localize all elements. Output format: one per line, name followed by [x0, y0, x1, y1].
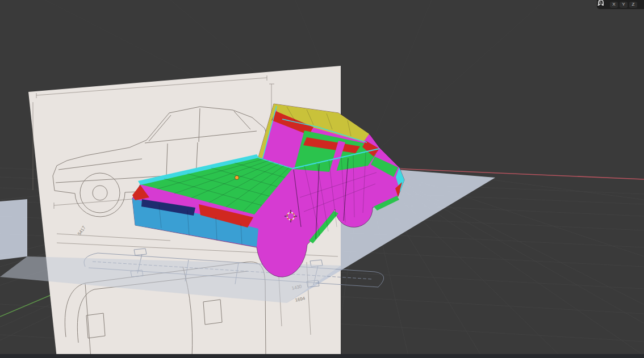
floor-plane-surface-left[interactable] [0, 199, 27, 260]
axis-z-button[interactable]: Z [629, 2, 637, 8]
axis-y-button[interactable]: Y [620, 2, 628, 8]
blender-3d-viewport[interactable]: 1406 5417 1430 1694 [0, 0, 644, 358]
viewport-header-toolbar: X Y Z [597, 0, 644, 9]
axis-x-button[interactable]: X [610, 2, 618, 8]
snap-magnet-icon[interactable] [639, 1, 644, 8]
window-footer-strip [0, 354, 644, 358]
object-origin-point [235, 176, 239, 180]
viewport-canvas[interactable]: 1406 5417 1430 1694 [0, 0, 644, 358]
